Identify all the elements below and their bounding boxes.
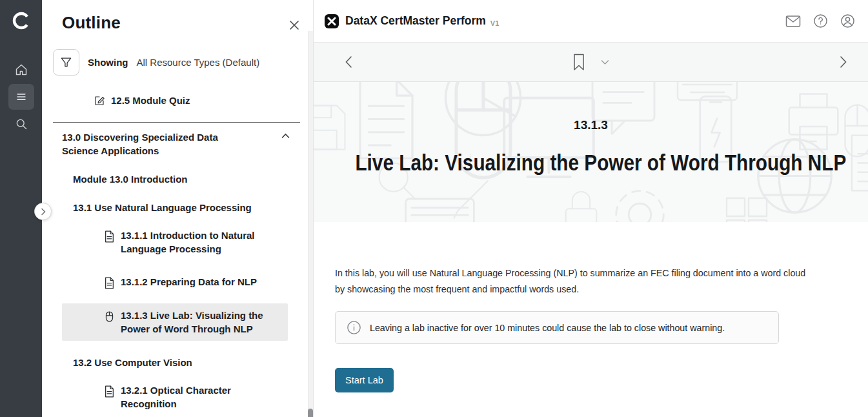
bookmark-icon [572,54,585,71]
outline-title: Outline [62,13,121,33]
next-page-button[interactable] [840,56,847,68]
outline-topic-13-2[interactable]: 13.2 Use Computer Vision [42,356,313,369]
outline-item-label: 12.5 Module Quiz [111,94,190,107]
outline-item-label: Module 13.0 Introduction [73,174,188,185]
outline-item-module-quiz[interactable]: 12.5 Module Quiz [42,94,313,107]
account-icon[interactable] [840,14,855,28]
search-icon [15,117,28,130]
outline-item-label: 13.1.2 Preparing Data for NLP [121,275,257,289]
outline-item-module-intro[interactable]: Module 13.0 Introduction [42,172,313,186]
lesson-number: 13.1.3 [314,82,868,132]
outline-scrollbar-track[interactable] [308,31,313,417]
home-button[interactable] [8,57,34,83]
outline-topic-label: 13.2 Use Computer Vision [73,357,192,368]
datax-logo [325,14,339,28]
start-lab-button[interactable]: Start Lab [335,368,394,392]
main-content: DataX CertMaster Perform V1 [314,0,868,417]
help-icon[interactable] [813,14,828,28]
product-title: DataX CertMaster Perform [345,14,486,28]
previous-page-button[interactable] [345,56,352,68]
outline-item-label: 13.1.3 Live Lab: Visualizing the Power o… [121,309,272,336]
bookmark-button[interactable] [572,54,585,71]
outline-scrollbar-thumb[interactable] [308,409,313,417]
menu-icon [15,90,28,103]
inactivity-notice: Leaving a lab inactive for over 10 minut… [335,311,779,344]
document-icon [105,277,114,289]
chevron-right-icon [840,56,847,68]
info-icon [347,320,361,335]
outline-section-13-0[interactable]: 13.0 Discovering Specialized Data Scienc… [42,130,313,158]
close-icon [288,19,300,31]
chevron-left-icon [345,56,352,68]
document-icon [105,385,114,398]
funnel-icon [60,56,72,68]
close-outline-button[interactable] [288,19,300,31]
lesson-navbar [314,43,868,82]
quiz-pencil-icon [94,95,105,107]
lesson-hero-banner: 13.1.3 Live Lab: Visualizing the Power o… [314,82,868,222]
outline-panel: Outline Showing All Resource Types (Defa… [42,0,314,417]
lesson-title: Live Lab: Visualizing the Power of Word … [355,150,826,176]
comptia-logo [11,10,32,31]
outline-item-13-1-3-active[interactable]: 13.1.3 Live Lab: Visualizing the Power o… [62,303,288,341]
bookmark-menu-button[interactable] [601,59,609,65]
search-button[interactable] [8,111,34,137]
filter-showing-label: Showing [88,57,128,68]
outline-section-label: 13.0 Discovering Specialized Data Scienc… [62,130,256,158]
chevron-right-icon [41,208,46,216]
outline-item-13-2-1[interactable]: 13.2.1 Optical Character Recognition [62,378,288,416]
lesson-body: In this lab, you will use Natural Langua… [314,222,868,392]
filter-value: All Resource Types (Default) [137,57,260,68]
outline-menu-button[interactable] [8,84,34,110]
resource-filter: Showing All Resource Types (Default) [53,49,313,76]
outline-item-label: 13.2.1 Optical Character Recognition [121,383,272,411]
lesson-description: In this lab, you will use Natural Langua… [335,265,810,297]
collapse-outline-button[interactable] [34,203,52,220]
filter-button[interactable] [53,49,79,76]
outline-topic-label: 13.1 Use Natural Language Processing [73,202,252,213]
outline-topic-13-1[interactable]: 13.1 Use Natural Language Processing [42,201,313,214]
notice-text: Leaving a lab inactive for over 10 minut… [370,322,725,334]
lab-mouse-icon [105,310,114,323]
product-version: V1 [490,19,499,27]
chevron-down-icon [601,59,609,65]
home-icon [15,63,28,76]
product-header: DataX CertMaster Perform V1 [314,0,868,43]
document-icon [105,230,114,243]
outline-item-13-1-2[interactable]: 13.1.2 Preparing Data for NLP [62,270,288,294]
mail-icon[interactable] [785,15,801,28]
outline-item-13-1-1[interactable]: 13.1.1 Introduction to Natural Language … [62,223,288,261]
chevron-up-icon [281,133,290,139]
outline-item-label: 13.1.1 Introduction to Natural Language … [121,229,272,256]
outline-divider [53,122,300,123]
